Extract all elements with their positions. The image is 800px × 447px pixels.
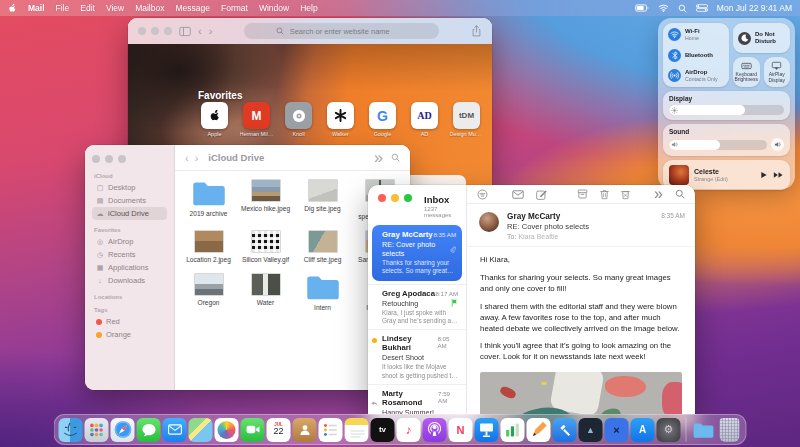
favorite-walker[interactable]: Walker (324, 102, 357, 137)
file-water[interactable]: Water (238, 273, 294, 312)
do-not-disturb-toggle[interactable]: Do Not Disturb (733, 23, 790, 53)
safari-window-controls[interactable] (138, 27, 172, 35)
favorite-design-museum[interactable]: tDM Design Museum (450, 102, 483, 137)
fast-forward-button[interactable] (773, 171, 784, 179)
file-silicon-valley[interactable]: Silicon Valley.gif (238, 230, 294, 264)
dock-numbers[interactable] (501, 418, 525, 442)
battery-icon[interactable] (635, 4, 649, 12)
message-row[interactable]: Greg Apodaca8:17 AM Retouching Kiara, I … (368, 284, 466, 330)
finder-window-controls[interactable] (92, 155, 167, 163)
mail-window[interactable]: Inbox 1237 messages Gray McCarty8:35 AM … (368, 185, 695, 428)
keyboard-brightness-button[interactable]: Keyboard Brightness (733, 57, 760, 87)
finder-window[interactable]: iCloud ▢Desktop ▤Documents ☁iCloud Drive… (85, 145, 410, 390)
favorite-ad[interactable]: AD AD (408, 102, 441, 137)
volume-slider[interactable] (669, 140, 767, 150)
display-brightness-slider[interactable] (669, 105, 784, 115)
close-button[interactable] (92, 155, 100, 163)
search-icon[interactable] (391, 153, 400, 162)
sidebar-item-icloud-drive[interactable]: ☁iCloud Drive (92, 207, 167, 220)
menu-view[interactable]: View (106, 3, 124, 13)
menu-edit[interactable]: Edit (80, 3, 95, 13)
message-row[interactable]: Lindsey Bukhari8:05 AM Desert Shoot It l… (368, 329, 466, 384)
dock-trash[interactable] (720, 418, 740, 442)
file-oregon[interactable]: Oregon (181, 273, 237, 312)
sidebar-item-airdrop[interactable]: ◎AirDrop (92, 235, 167, 248)
menu-mailbox[interactable]: Mailbox (135, 3, 164, 13)
toolbar-overflow-icon[interactable]: » (654, 185, 663, 203)
zoom-button[interactable] (404, 194, 412, 202)
menu-message[interactable]: Message (175, 3, 210, 13)
minimize-button[interactable] (105, 155, 113, 163)
dock-calendar[interactable]: JUL22 (267, 418, 291, 442)
archive-icon[interactable] (577, 189, 588, 199)
favorite-apple[interactable]: Apple (198, 102, 231, 137)
sidebar-toggle-icon[interactable] (179, 26, 191, 37)
dock-music[interactable]: ♪ (397, 418, 421, 442)
zoom-button[interactable] (118, 155, 126, 163)
menu-help[interactable]: Help (300, 3, 317, 13)
dock-downloads-folder[interactable] (692, 418, 716, 442)
bluetooth-toggle[interactable]: Bluetooth (668, 49, 724, 62)
junk-icon[interactable] (621, 189, 630, 200)
dock-playgrounds[interactable]: × (605, 418, 629, 442)
airdrop-toggle[interactable]: AirDropContacts Only (668, 69, 724, 82)
wifi-icon[interactable] (658, 4, 669, 12)
forward-button[interactable]: › (209, 26, 213, 37)
sidebar-item-documents[interactable]: ▤Documents (92, 194, 167, 207)
wifi-toggle[interactable]: Wi-FiHome (668, 28, 724, 41)
dock-photos[interactable] (215, 418, 239, 442)
sidebar-item-tag-red[interactable]: Red (92, 315, 167, 328)
dock-xcode[interactable] (553, 418, 577, 442)
file-2019-archive[interactable]: 2019 archive (181, 179, 237, 221)
favorite-google[interactable]: G Google (366, 102, 399, 137)
dock-system-preferences[interactable]: ⚙ (657, 418, 681, 442)
airplay-display-button[interactable]: AirPlay Display (764, 57, 791, 87)
filter-icon[interactable] (477, 189, 488, 200)
menu-format[interactable]: Format (221, 3, 248, 13)
address-bar[interactable] (244, 23, 439, 39)
file-location-2[interactable]: Location 2.jpeg (181, 230, 237, 264)
zoom-button[interactable] (164, 27, 172, 35)
close-button[interactable] (378, 194, 386, 202)
message-row-selected[interactable]: Gray McCarty8:35 AM RE: Cover photo sele… (372, 225, 462, 281)
dock-notes[interactable] (345, 418, 369, 442)
favorite-herman-miller[interactable]: M Herman Miller (240, 102, 273, 137)
dock-podcasts[interactable] (423, 418, 447, 442)
sidebar-item-applications[interactable]: ▦Applications (92, 261, 167, 274)
favorite-knoll[interactable]: Knoll (282, 102, 315, 137)
spotlight-search-icon[interactable] (678, 4, 687, 13)
sidebar-item-desktop[interactable]: ▢Desktop (92, 181, 167, 194)
sidebar-item-downloads[interactable]: ↓Downloads (92, 274, 167, 287)
menu-bar-clock[interactable]: Mon Jul 22 9:41 AM (717, 3, 792, 13)
play-button[interactable] (760, 171, 768, 179)
dock-tv[interactable]: tv (371, 418, 395, 442)
dock-maps[interactable] (189, 418, 213, 442)
compose-icon[interactable] (536, 189, 547, 200)
sidebar-item-recents[interactable]: ◷Recents (92, 248, 167, 261)
close-button[interactable] (138, 27, 146, 35)
file-dig-site[interactable]: Dig site.jpeg (295, 179, 351, 221)
dock-launchpad[interactable] (85, 418, 109, 442)
menu-app-name[interactable]: Mail (28, 3, 45, 13)
safari-toolbar[interactable]: ‹ › (128, 18, 492, 44)
share-icon[interactable] (471, 25, 482, 37)
mail-toolbar[interactable]: » (467, 185, 695, 204)
dock-news[interactable]: N (449, 418, 473, 442)
minimize-button[interactable] (391, 194, 399, 202)
trash-icon[interactable] (600, 189, 609, 200)
mail-list-header[interactable]: Inbox 1237 messages (368, 185, 466, 222)
apple-menu-icon[interactable] (8, 3, 17, 14)
menu-file[interactable]: File (56, 3, 70, 13)
menu-window[interactable]: Window (259, 3, 289, 13)
dock-reminders[interactable] (319, 418, 343, 442)
file-cliff-site[interactable]: Cliff site.jpeg (295, 230, 351, 264)
dock-developer[interactable]: ▲ (579, 418, 603, 442)
dock-app-store[interactable]: A (631, 418, 655, 442)
envelope-icon[interactable] (512, 190, 524, 199)
minimize-button[interactable] (151, 27, 159, 35)
mail-window-controls[interactable] (378, 194, 412, 202)
dock-mail[interactable] (163, 418, 187, 442)
search-input[interactable] (288, 26, 408, 37)
search-icon[interactable] (675, 189, 685, 199)
dock-pages[interactable] (527, 418, 551, 442)
